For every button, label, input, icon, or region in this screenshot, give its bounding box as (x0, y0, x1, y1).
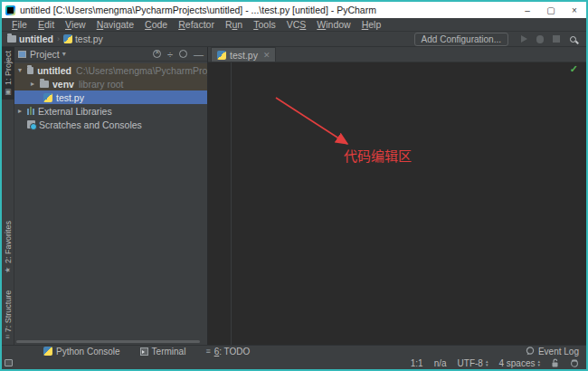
terminal-icon (140, 347, 148, 356)
main-area: ▣ 1: Project ★ 2: Favorites ≡ 7: Structu… (2, 47, 586, 345)
python-file-icon (63, 34, 72, 43)
toolwindow-terminal-button[interactable]: Terminal (140, 347, 186, 357)
pycharm-logo-icon (5, 5, 15, 15)
tree-row-scratches[interactable]: Scratches and Consoles (14, 118, 207, 131)
window-controls: – ▢ × (516, 2, 586, 18)
python-file-icon (217, 51, 226, 60)
toolwindow-python-console-button[interactable]: Python Console (43, 347, 120, 357)
left-toolwindow-stripe: ▣ 1: Project ★ 2: Favorites ≡ 7: Structu… (2, 47, 14, 345)
tree-row-venv[interactable]: ▸ venv library root (14, 77, 207, 90)
locate-file-icon[interactable] (153, 50, 161, 58)
title-bar: untitled [C:\Users\mengma\PycharmProject… (2, 2, 586, 18)
chevron-updown-icon: ▴▾ (486, 359, 488, 366)
event-log-button[interactable]: Event Log (526, 347, 579, 357)
minimize-button[interactable]: – (516, 2, 539, 18)
tree-row-testpy[interactable]: test.py (14, 90, 207, 104)
menu-view[interactable]: View (60, 19, 91, 30)
gear-icon[interactable] (179, 50, 187, 58)
libraries-icon (27, 107, 34, 115)
stop-icon (553, 35, 560, 43)
search-everywhere-button[interactable] (566, 36, 579, 43)
toolwindow-project-button[interactable]: ▣ 1: Project (2, 47, 14, 100)
debug-icon (536, 35, 544, 43)
hector-face-icon (570, 358, 579, 367)
stripe-bottom-group: ★ 2: Favorites ≡ 7: Structure (2, 217, 14, 343)
toolwindow-todo-button[interactable]: ≡ 6: TODO (205, 347, 250, 357)
project-stripe-icon: ▣ (5, 88, 13, 96)
todo-list-icon: ≡ (205, 347, 210, 356)
encoding-widget[interactable]: UTF-8 ▴▾ (458, 358, 488, 368)
readonly-toggle[interactable] (551, 358, 559, 367)
horizontal-scrollbar[interactable] (16, 340, 200, 343)
folder-icon (40, 81, 49, 88)
toolwindow-favorites-button[interactable]: ★ 2: Favorites (2, 217, 14, 278)
project-tool-window: Project ▾ ÷ — ▾ untitled C:\Users\mengma… (14, 47, 208, 345)
favorites-star-icon: ★ (5, 266, 13, 274)
stop-button[interactable] (550, 35, 563, 43)
search-icon (570, 36, 576, 43)
chevron-updown-icon: ▴▾ (537, 359, 540, 366)
annotation-label: 代码编辑区 (344, 146, 412, 165)
caret-position-widget[interactable]: 1:1 (411, 358, 423, 368)
pycharm-window: untitled [C:\Users\mengma\PycharmProject… (0, 0, 588, 371)
scratches-icon (27, 120, 35, 128)
menu-navigate[interactable]: Navigate (91, 19, 139, 30)
tree-row-untitled[interactable]: ▾ untitled C:\Users\mengma\PycharmProjec… (14, 63, 207, 77)
menu-run[interactable]: Run (220, 19, 248, 30)
close-button[interactable]: × (563, 2, 586, 18)
menu-refactor[interactable]: Refactor (173, 19, 220, 30)
project-tree: ▾ untitled C:\Users\mengma\PycharmProjec… (14, 62, 207, 339)
folder-icon (27, 67, 33, 74)
editor-area: test.py ✕ ✓ 代码编辑区 (208, 47, 586, 345)
chevron-down-icon[interactable]: ▾ (18, 66, 27, 74)
navigation-toolbar: untitled › test.py Add Configuration... (2, 32, 586, 47)
project-view-icon (18, 51, 26, 58)
tree-row-external-libraries[interactable]: ▸ External Libraries (14, 104, 207, 118)
unlock-icon (551, 358, 559, 367)
editor-tab-bar: test.py ✕ (208, 47, 586, 62)
toolwindow-switcher-icon[interactable] (5, 359, 13, 366)
indent-widget[interactable]: 4 spaces ▴▾ (498, 358, 540, 368)
add-configuration-button[interactable]: Add Configuration... (414, 33, 508, 46)
menu-edit[interactable]: Edit (33, 19, 60, 30)
menu-vcs[interactable]: VCS (281, 19, 312, 30)
hide-panel-icon[interactable]: — (194, 49, 204, 60)
run-button[interactable] (517, 35, 530, 43)
chevron-right-icon[interactable]: ▸ (18, 107, 27, 115)
chevron-right-icon[interactable]: ▸ (31, 80, 40, 88)
menu-help[interactable]: Help (356, 19, 387, 30)
code-editor[interactable]: ✓ 代码编辑区 (208, 62, 586, 345)
project-panel-title[interactable]: Project (30, 49, 60, 60)
python-file-icon (43, 93, 52, 102)
toolwindow-structure-button[interactable]: ≡ 7: Structure (2, 287, 14, 343)
breadcrumb-project[interactable]: untitled (7, 33, 53, 44)
menu-code[interactable]: Code (139, 19, 173, 30)
tab-testpy[interactable]: test.py ✕ (211, 47, 276, 62)
close-icon[interactable]: ✕ (263, 51, 270, 60)
maximize-button[interactable]: ▢ (539, 2, 563, 18)
menu-file[interactable]: File (6, 19, 33, 30)
collapse-all-icon[interactable]: ÷ (167, 49, 173, 60)
folder-icon (7, 35, 16, 43)
menu-bar: File Edit View Navigate Code Refactor Ru… (2, 18, 586, 32)
project-dropdown-caret[interactable]: ▾ (62, 50, 153, 58)
structure-icon: ≡ (6, 333, 11, 341)
breadcrumb-separator: › (57, 34, 60, 43)
run-icon (521, 35, 527, 43)
debug-button[interactable] (534, 35, 546, 43)
inspection-profile-button[interactable] (570, 358, 579, 367)
status-bar: 1:1 n/a UTF-8 ▴▾ 4 spaces ▴▾ (2, 357, 586, 369)
menu-window[interactable]: Window (311, 19, 356, 30)
window-title: untitled [C:\Users\mengma\PycharmProject… (20, 5, 516, 15)
bottom-toolwindow-bar: Python Console Terminal ≡ 6: TODO Event … (2, 345, 586, 357)
project-panel-header: Project ▾ ÷ — (14, 47, 207, 62)
status-bar-widgets: 1:1 n/a UTF-8 ▴▾ 4 spaces ▴▾ (411, 358, 579, 368)
vcs-widget[interactable]: n/a (434, 358, 447, 368)
menu-tools[interactable]: Tools (248, 19, 281, 30)
project-panel-toolbar: ÷ — (153, 49, 204, 60)
annotation-arrow (208, 62, 586, 345)
event-log-icon (526, 347, 535, 356)
breadcrumb-file[interactable]: test.py (63, 33, 103, 44)
breadcrumb: untitled › test.py (7, 33, 414, 44)
python-console-icon (43, 347, 52, 356)
